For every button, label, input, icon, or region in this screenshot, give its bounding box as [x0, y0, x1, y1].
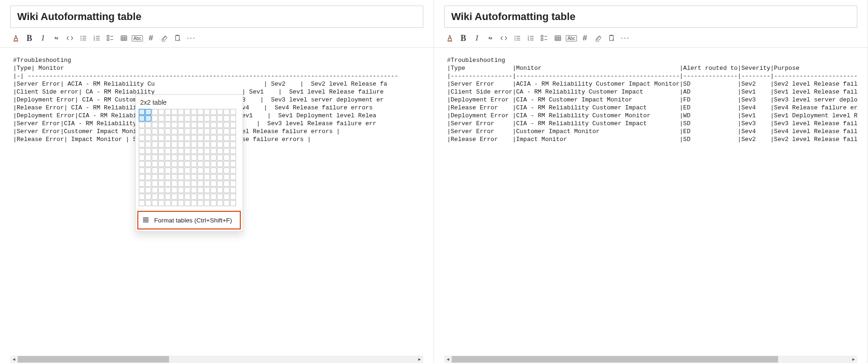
table-size-cell[interactable]: [210, 115, 217, 121]
table-size-cell[interactable]: [145, 181, 151, 187]
table-size-cell[interactable]: [197, 194, 203, 200]
table-size-cell[interactable]: [145, 148, 151, 154]
table-size-cell[interactable]: [171, 148, 177, 154]
table-size-cell[interactable]: [191, 200, 197, 206]
table-size-cell[interactable]: [184, 155, 190, 161]
italic-button[interactable]: I: [36, 32, 49, 45]
table-size-cell[interactable]: [158, 122, 164, 128]
table-size-cell[interactable]: [210, 148, 217, 154]
table-size-cell[interactable]: [178, 148, 184, 154]
table-size-cell[interactable]: [178, 141, 184, 148]
table-size-cell[interactable]: [139, 135, 145, 141]
table-size-cell[interactable]: [197, 187, 203, 193]
table-size-cell[interactable]: [139, 181, 145, 187]
code-button[interactable]: [497, 32, 510, 45]
table-size-cell[interactable]: [139, 115, 145, 121]
table-size-cell[interactable]: [224, 122, 230, 128]
table-size-cell[interactable]: [171, 174, 177, 180]
table-size-cell[interactable]: [210, 109, 217, 115]
table-size-cell[interactable]: [152, 122, 158, 128]
table-size-cell[interactable]: [178, 161, 184, 167]
table-size-cell[interactable]: [197, 122, 203, 128]
table-size-cell[interactable]: [230, 148, 236, 154]
table-size-cell[interactable]: [178, 128, 184, 134]
table-size-cell[interactable]: [178, 122, 184, 128]
table-size-cell[interactable]: [139, 122, 145, 128]
numbered-list-button[interactable]: 123: [524, 32, 537, 45]
font-color-button[interactable]: [9, 32, 22, 45]
table-size-cell[interactable]: [158, 168, 164, 174]
hash-button[interactable]: #: [578, 32, 591, 45]
table-size-cell[interactable]: [158, 128, 164, 134]
link-button[interactable]: [484, 32, 497, 45]
table-size-cell[interactable]: [158, 174, 164, 180]
table-size-cell[interactable]: [217, 161, 223, 167]
table-size-cell[interactable]: [152, 115, 158, 121]
table-size-cell[interactable]: [139, 174, 145, 180]
table-size-cell[interactable]: [224, 174, 230, 180]
table-size-cell[interactable]: [224, 161, 230, 167]
table-size-cell[interactable]: [204, 135, 210, 141]
table-size-cell[interactable]: [145, 122, 151, 128]
table-size-cell[interactable]: [145, 135, 151, 141]
italic-button[interactable]: I: [470, 32, 483, 45]
table-size-cell[interactable]: [165, 115, 171, 121]
table-size-cell[interactable]: [230, 200, 236, 206]
table-size-cell[interactable]: [184, 161, 190, 167]
table-size-cell[interactable]: [184, 200, 190, 206]
table-size-cell[interactable]: [139, 187, 145, 193]
table-size-cell[interactable]: [191, 187, 197, 193]
table-size-cell[interactable]: [197, 109, 203, 115]
table-size-cell[interactable]: [139, 128, 145, 134]
table-size-cell[interactable]: [224, 135, 230, 141]
more-button[interactable]: ···: [619, 32, 632, 45]
table-size-cell[interactable]: [178, 194, 184, 200]
table-size-cell[interactable]: [145, 187, 151, 193]
table-size-cell[interactable]: [158, 200, 164, 206]
table-size-cell[interactable]: [152, 187, 158, 193]
table-size-cell[interactable]: [217, 128, 223, 134]
table-size-cell[interactable]: [230, 181, 236, 187]
table-size-cell[interactable]: [158, 194, 164, 200]
table-size-cell[interactable]: [184, 148, 190, 154]
table-size-cell[interactable]: [139, 148, 145, 154]
table-size-cell[interactable]: [210, 161, 217, 167]
table-size-cell[interactable]: [158, 187, 164, 193]
table-size-cell[interactable]: [165, 141, 171, 148]
table-size-cell[interactable]: [204, 168, 210, 174]
numbered-list-button[interactable]: 123: [90, 32, 103, 45]
table-size-cell[interactable]: [178, 115, 184, 121]
table-size-cell[interactable]: [152, 174, 158, 180]
table-size-cell[interactable]: [197, 128, 203, 134]
table-size-cell[interactable]: [145, 115, 151, 121]
table-size-cell[interactable]: [204, 200, 210, 206]
table-size-cell[interactable]: [217, 135, 223, 141]
table-size-cell[interactable]: [217, 181, 223, 187]
table-size-cell[interactable]: [158, 161, 164, 167]
table-size-cell[interactable]: [191, 109, 197, 115]
scroll-thumb-left[interactable]: [18, 356, 169, 363]
table-size-cell[interactable]: [224, 155, 230, 161]
table-size-cell[interactable]: [191, 168, 197, 174]
table-size-cell[interactable]: [224, 148, 230, 154]
table-size-cell[interactable]: [230, 161, 236, 167]
table-size-cell[interactable]: [224, 200, 230, 206]
table-size-cell[interactable]: [145, 128, 151, 134]
table-size-cell[interactable]: [210, 141, 217, 148]
table-size-cell[interactable]: [145, 155, 151, 161]
table-size-cell[interactable]: [217, 187, 223, 193]
table-size-cell[interactable]: [230, 187, 236, 193]
table-size-cell[interactable]: [184, 122, 190, 128]
table-size-cell[interactable]: [230, 194, 236, 200]
table-size-cell[interactable]: [210, 187, 217, 193]
table-size-cell[interactable]: [204, 141, 210, 148]
page-title-right[interactable]: Wiki Autoformatting table: [444, 6, 857, 28]
code-button[interactable]: [63, 32, 76, 45]
table-size-cell[interactable]: [224, 115, 230, 121]
table-size-cell[interactable]: [184, 115, 190, 121]
table-size-cell[interactable]: [152, 109, 158, 115]
table-size-cell[interactable]: [191, 181, 197, 187]
table-size-cell[interactable]: [210, 128, 217, 134]
table-size-cell[interactable]: [217, 122, 223, 128]
table-size-cell[interactable]: [158, 155, 164, 161]
